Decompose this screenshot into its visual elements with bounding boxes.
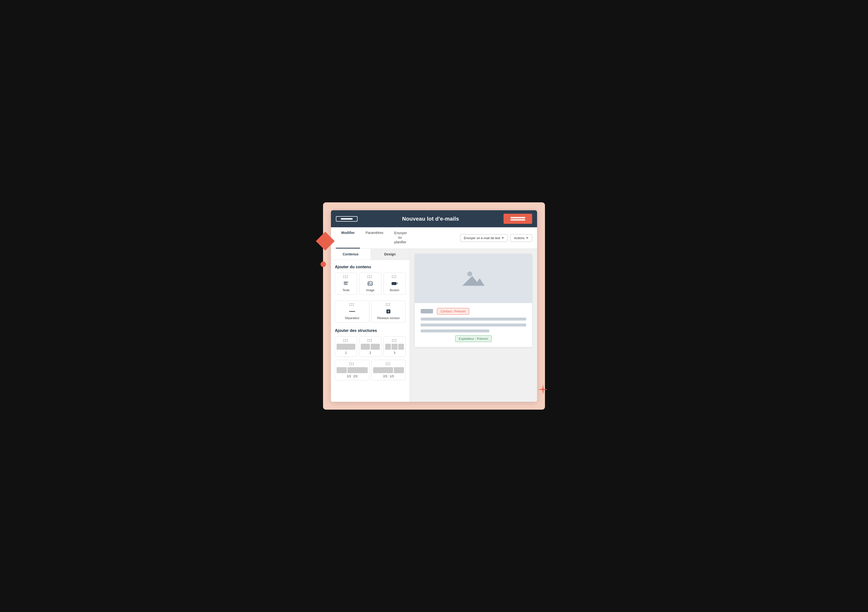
struct-item-1col[interactable]: 1 [335,336,357,357]
toolbar-actions: Envoyer un e-mail de test Actions [460,232,532,244]
preview-text-line-1 [421,318,526,320]
drag-handle-texte [343,275,349,278]
struct-item-2col[interactable]: 2 [359,336,381,357]
logo-box [336,216,358,222]
struct-preview-1-3 [336,367,368,373]
email-preview: Contact : Prénom Expéditeur : Prénom [415,254,532,347]
actions-label: Actions [514,236,524,240]
svg-rect-1 [344,283,347,284]
struct-item-2-3[interactable]: 2/3 : 1/3 [371,360,406,380]
header: Nouveau lot d'e-mails [331,210,537,227]
struct-preview-2col [361,344,380,349]
content-item-texte[interactable]: Texte [335,273,357,295]
content-item-image[interactable]: Image [359,273,381,295]
preview-name-placeholder [421,309,433,314]
drag-handle-2-3 [386,362,391,365]
drag-handle-image [367,275,373,278]
logo-bar [341,218,353,220]
content-item-separateur[interactable]: Séparateur [335,301,369,323]
page-title: Nouveau lot d'e-mails [361,216,500,222]
actions-chevron-icon [526,238,529,239]
image-label: Image [366,289,374,292]
drag-handle-reseaux [386,303,391,306]
send-test-button[interactable]: Envoyer un e-mail de test [460,234,508,242]
separateur-icon [349,308,356,315]
sender-token: Expéditeur : Prénom [455,336,492,342]
preview-text-line-3 [421,329,489,332]
texte-icon [343,280,349,287]
bouton-label: Bouton [390,289,399,292]
preview-image-block [415,254,532,303]
add-content-title: Ajouter du contenu [335,265,406,269]
content-item-bouton[interactable]: Bouton [383,273,406,295]
actions-button[interactable]: Actions [510,234,532,242]
struct-label-3col: 3 [394,351,395,355]
sidebar-tabs: Contenus Design [331,249,409,260]
toolbar: Modifier Paramètres Envoyer ou planifier… [331,227,537,249]
svg-rect-5 [392,282,397,285]
reseaux-icon: # [386,308,391,315]
struct-label-1col: 1 [345,351,347,355]
header-action-button[interactable] [504,214,532,224]
sidebar-content: Ajouter du contenu [331,260,409,385]
drag-handle-3col [392,339,397,342]
bouton-icon [391,280,398,287]
svg-text:#: # [388,310,389,313]
struct-label-1-3: 1/3 : 2/3 [347,374,357,378]
send-test-chevron-icon [502,238,504,239]
add-structures-title: Ajouter des structures [335,328,406,333]
sidebar-tab-design[interactable]: Design [370,249,410,259]
svg-rect-0 [344,282,348,283]
sidebar-tab-contenus[interactable]: Contenus [331,249,370,259]
texte-label: Texte [343,289,350,292]
drag-handle-1-3 [349,362,355,365]
content-items-grid-2: Séparateur # [335,301,406,323]
struct-item-3col[interactable]: 3 [383,336,406,357]
toolbar-tabs: Modifier Paramètres Envoyer ou planifier [336,227,459,249]
preview-name-row: Contact : Prénom [421,308,526,315]
contact-token: Contact : Prénom [437,308,469,315]
content-items-grid: Texte [335,273,406,295]
image-placeholder-icon [461,269,486,288]
struct-preview-3col [385,344,404,349]
tab-envoyer[interactable]: Envoyer ou planifier [389,227,411,249]
preview-area: Contact : Prénom Expéditeur : Prénom [410,249,537,402]
struct-label-2-3: 2/3 : 1/3 [383,374,394,378]
struct-items-grid: 1 2 [335,336,406,357]
image-icon [367,280,373,287]
tab-parametres[interactable]: Paramètres [360,227,389,249]
content-item-reseaux[interactable]: # Réseaux sociaux [371,301,406,323]
struct-item-1-3[interactable]: 1/3 : 2/3 [335,360,369,380]
outer-wrapper: Nouveau lot d'e-mails Modifier Paramètre… [323,202,545,410]
deco-star [538,384,549,395]
svg-rect-3 [368,282,372,285]
struct-label-2col: 2 [369,351,371,355]
sidebar: Contenus Design Ajouter du contenu [331,249,410,402]
svg-marker-10 [462,276,485,286]
separateur-label: Séparateur [345,316,359,320]
body-area: Contenus Design Ajouter du contenu [331,249,537,402]
drag-handle-1col [343,339,349,342]
main-card: Nouveau lot d'e-mails Modifier Paramètre… [331,210,537,402]
svg-point-9 [467,272,472,276]
struct-preview-2-3 [373,367,404,373]
drag-handle-separateur [349,303,355,306]
preview-text-line-2 [421,323,526,326]
reseaux-label: Réseaux sociaux [377,316,400,320]
header-btn-bar2 [510,219,525,221]
drag-handle-2col [367,339,373,342]
svg-rect-2 [344,284,348,285]
preview-content-block: Contact : Prénom Expéditeur : Prénom [415,303,532,347]
struct-items-grid-2: 1/3 : 2/3 2/3 : 1/ [335,360,406,380]
drag-handle-bouton [392,275,397,278]
tab-modifier[interactable]: Modifier [336,227,360,249]
struct-preview-1col [336,344,355,349]
send-test-label: Envoyer un e-mail de test [464,236,500,240]
header-btn-bar1 [510,217,525,218]
deco-circle [321,262,326,267]
